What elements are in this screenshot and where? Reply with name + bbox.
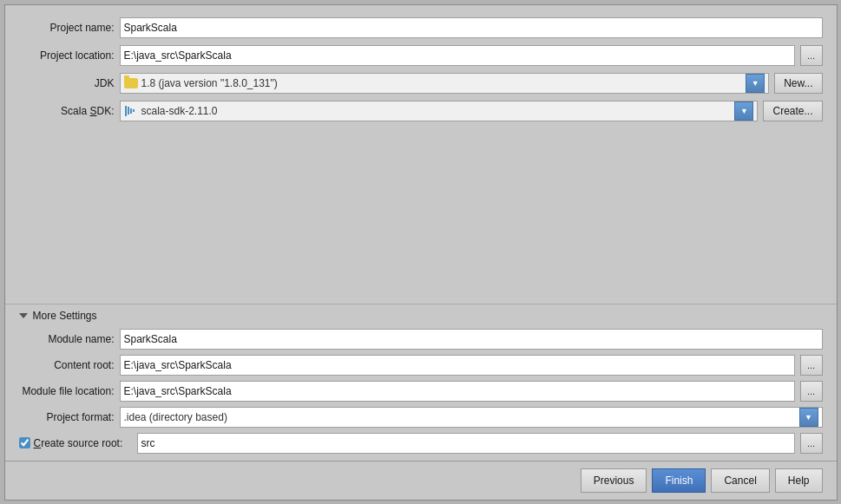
folder-icon (124, 78, 138, 88)
content-root-row: Content root: ... (19, 355, 823, 376)
cancel-button[interactable]: Cancel (711, 468, 769, 493)
project-location-input[interactable] (120, 45, 795, 66)
spacer (19, 128, 823, 297)
content-root-input[interactable] (120, 355, 795, 376)
project-format-dropdown[interactable]: .idea (directory based) ▼ (120, 407, 823, 428)
jdk-row: JDK 1.8 (java version "1.8.0_131") ▼ New… (19, 73, 823, 94)
project-format-label: Project format: (19, 411, 115, 423)
collapse-triangle-icon (19, 313, 28, 318)
module-name-input[interactable] (120, 329, 823, 350)
module-name-row: Module name: (19, 329, 823, 350)
project-format-dropdown-text: .idea (directory based) (124, 411, 799, 423)
jdk-dropdown-arrow[interactable]: ▼ (746, 74, 765, 93)
chevron-down-icon: ▼ (805, 413, 812, 422)
more-settings-body: Module name: Content root: ... Module fi… (5, 325, 837, 461)
module-name-label: Module name: (19, 333, 115, 345)
jdk-label: JDK (19, 77, 115, 89)
scala-sdk-label: Scala SDK: (19, 105, 115, 117)
project-format-row: Project format: .idea (directory based) … (19, 407, 823, 428)
scala-sdk-dropdown[interactable]: scala-sdk-2.11.0 ▼ (120, 101, 759, 121)
help-button[interactable]: Help (775, 468, 823, 493)
scala-icon (124, 105, 138, 117)
create-source-root-label-area: Create source root: (19, 437, 132, 449)
jdk-dropdown-text: 1.8 (java version "1.8.0_131") (141, 77, 746, 89)
module-file-location-browse-button[interactable]: ... (800, 381, 823, 402)
chevron-down-icon: ▼ (752, 79, 759, 88)
project-format-dropdown-arrow[interactable]: ▼ (799, 408, 818, 427)
jdk-folder-icon (124, 77, 138, 89)
previous-button[interactable]: Previous (581, 468, 647, 493)
more-settings-header-label: More Settings (33, 310, 97, 322)
chevron-down-icon: ▼ (740, 107, 748, 115)
project-location-browse-button[interactable]: ... (800, 45, 823, 66)
more-settings-header[interactable]: More Settings (5, 304, 837, 325)
project-name-label: Project name: (19, 22, 115, 34)
new-project-dialog: Project name: Project location: ... JDK … (4, 4, 838, 501)
project-location-row: Project location: ... (19, 45, 823, 66)
finish-button[interactable]: Finish (652, 468, 706, 493)
create-source-root-label[interactable]: Create source root: (34, 437, 123, 449)
main-content-area: Project name: Project location: ... JDK … (5, 5, 837, 304)
scala-sdk-row: Scala SDK: scala-sdk-2.11.0 ▼ Create... (19, 101, 823, 121)
scala-sdk-dropdown-arrow[interactable]: ▼ (734, 101, 753, 121)
source-root-browse-button[interactable]: ... (800, 433, 823, 454)
project-location-label: Project location: (19, 49, 115, 62)
content-root-label: Content root: (19, 359, 115, 371)
scala-sdk-create-button[interactable]: Create... (763, 101, 822, 121)
module-file-location-label: Module file location: (19, 385, 115, 397)
project-name-row: Project name: (19, 17, 823, 38)
project-name-input[interactable] (120, 17, 823, 38)
module-file-location-input[interactable] (120, 381, 795, 402)
source-root-input[interactable] (137, 433, 795, 454)
content-root-browse-button[interactable]: ... (800, 355, 823, 376)
module-file-location-row: Module file location: ... (19, 381, 823, 402)
scala-sdk-dropdown-text: scala-sdk-2.11.0 (141, 105, 735, 117)
more-settings-section: More Settings Module name: Content root:… (5, 304, 837, 461)
create-source-root-checkbox[interactable] (19, 437, 30, 448)
jdk-new-button[interactable]: New... (774, 73, 822, 94)
jdk-dropdown[interactable]: 1.8 (java version "1.8.0_131") ▼ (120, 73, 770, 94)
dialog-footer: Previous Finish Cancel Help (5, 461, 837, 500)
create-source-root-row: Create source root: ... (19, 433, 823, 454)
